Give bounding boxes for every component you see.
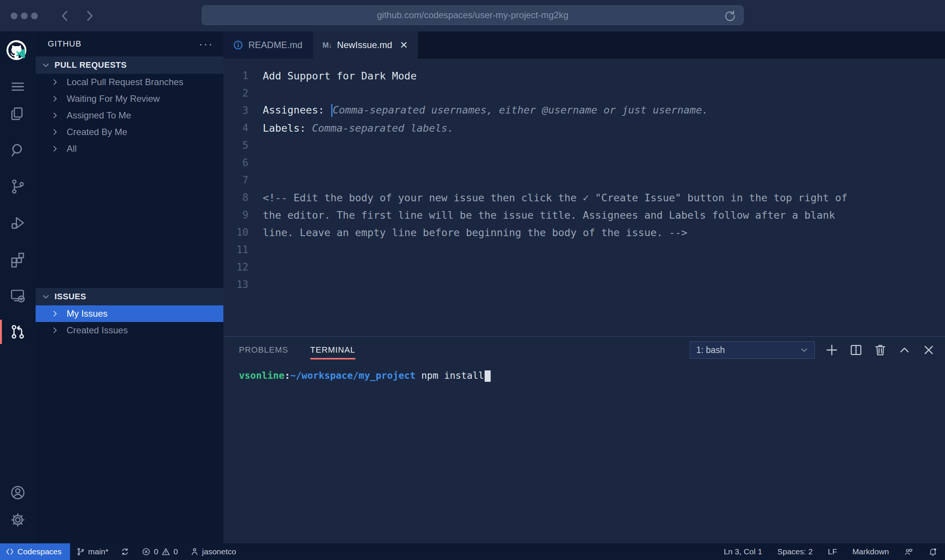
eol-setting[interactable]: LF <box>820 543 845 560</box>
tab-label: NewIssue.md <box>337 40 392 50</box>
tab-readme[interactable]: README.md <box>223 31 313 59</box>
sidebar-item-my-issues[interactable]: My Issues <box>36 305 223 322</box>
extensions-icon[interactable] <box>0 246 36 273</box>
new-terminal-icon[interactable] <box>825 343 839 357</box>
placeholder-text: Comma-separated labels. <box>312 122 454 134</box>
chevron-right-icon <box>51 95 59 103</box>
explorer-icon[interactable] <box>0 100 36 128</box>
sidebar-spacer <box>36 157 223 288</box>
chevron-right-icon <box>51 310 59 318</box>
editor-pane[interactable]: 1 Add Support for Dark Mode 2 3 Assignee… <box>223 59 945 336</box>
section-header-pull-requests[interactable]: PULL REQUESTS <box>36 56 223 74</box>
notifications-button[interactable] <box>921 543 945 560</box>
sidebar-item-label: My Issues <box>67 308 108 319</box>
source-control-icon[interactable] <box>0 173 36 200</box>
browser-chrome: github.com/codespaces/user-my-project-mg… <box>0 0 945 31</box>
remote-icon <box>5 547 14 556</box>
browser-window: github.com/codespaces/user-my-project-mg… <box>0 0 945 560</box>
status-bar-right: Ln 3, Col 1 Spaces: 2 LF Markdown <box>716 543 945 560</box>
run-debug-icon[interactable] <box>0 209 36 236</box>
line-number: 9 <box>223 209 248 221</box>
window-maximize-button[interactable] <box>31 12 38 19</box>
line-number: 3 <box>223 105 248 116</box>
kill-terminal-trash-icon[interactable] <box>873 343 887 357</box>
browser-forward-button[interactable] <box>82 8 97 23</box>
settings-gear-icon[interactable] <box>0 506 36 534</box>
sidebar-item-created-issues[interactable]: Created Issues <box>36 322 223 339</box>
line-number: 7 <box>223 174 248 186</box>
feedback-button[interactable] <box>897 543 921 560</box>
window-controls[interactable] <box>11 12 38 19</box>
branch-indicator[interactable]: main* <box>70 543 115 560</box>
panel-tab-terminal[interactable]: TERMINAL <box>310 337 355 363</box>
close-panel-icon[interactable] <box>922 343 936 357</box>
terminal-command: npm install <box>416 370 484 381</box>
git-branch-icon <box>76 547 85 556</box>
code-text: Add Support for Dark Mode <box>263 70 416 82</box>
section-header-issues[interactable]: ISSUES <box>36 288 223 305</box>
account-status[interactable]: jasonetco <box>184 543 242 560</box>
chevron-down-icon <box>42 61 50 69</box>
sync-button[interactable] <box>114 543 136 560</box>
problems-indicator[interactable]: 0 0 <box>136 543 184 560</box>
feedback-icon <box>904 547 913 556</box>
sidebar-item-assigned-to-me[interactable]: Assigned To Me <box>36 107 223 124</box>
sidebar-item-label: Local Pull Request Branches <box>67 77 183 87</box>
comment-text: the editor. The first line will be the i… <box>263 209 835 221</box>
more-actions-icon[interactable]: ··· <box>199 42 214 46</box>
split-terminal-icon[interactable] <box>849 343 863 357</box>
github-pull-request-icon[interactable] <box>0 318 36 345</box>
line-number: 12 <box>223 261 248 273</box>
panel-tab-label: PROBLEMS <box>239 345 288 355</box>
editor-line: 12 <box>223 258 945 276</box>
sidebar-item-label: Created By Me <box>67 127 127 137</box>
sidebar-item-created-by-me[interactable]: Created By Me <box>36 124 223 140</box>
line-number: 8 <box>223 192 248 203</box>
tab-newissue[interactable]: M↓ NewIssue.md ✕ <box>313 31 418 59</box>
window-close-button[interactable] <box>11 12 17 19</box>
indentation-setting[interactable]: Spaces: 2 <box>770 543 820 560</box>
error-icon <box>142 547 151 556</box>
warning-icon <box>161 547 170 556</box>
line-number: 1 <box>223 70 248 81</box>
language-mode[interactable]: Markdown <box>845 543 897 560</box>
line-number: 2 <box>223 87 248 99</box>
account-icon[interactable] <box>0 479 36 506</box>
chevron-right-icon <box>51 145 59 153</box>
close-tab-icon[interactable]: ✕ <box>400 39 408 51</box>
reload-icon[interactable] <box>724 9 736 22</box>
sidebar-item-waiting-for-my-review[interactable]: Waiting For My Review <box>36 90 223 107</box>
editor-line: 3 Assignees: Comma-separated usernames, … <box>223 102 945 119</box>
terminal-select[interactable]: 1: bash <box>690 341 815 359</box>
line-number: 10 <box>223 227 248 238</box>
editor-line: 5 <box>223 137 945 154</box>
browser-back-button[interactable] <box>58 8 73 23</box>
maximize-panel-icon[interactable] <box>897 343 912 357</box>
activity-bar <box>0 31 36 543</box>
terminal-select-value: 1: bash <box>696 345 725 355</box>
editor-line: 9 the editor. The first line will be the… <box>223 206 945 224</box>
address-bar[interactable]: github.com/codespaces/user-my-project-mg… <box>202 5 744 25</box>
editor-line: 7 <box>223 171 945 189</box>
search-icon[interactable] <box>0 137 36 164</box>
remote-explorer-icon[interactable] <box>0 282 36 309</box>
line-number: 5 <box>223 140 248 151</box>
remote-indicator[interactable]: Codespaces <box>0 543 70 560</box>
menu-icon[interactable] <box>0 73 36 100</box>
chevron-right-icon <box>51 128 59 136</box>
placeholder-text: Comma-separated usernames, either @usern… <box>333 104 708 116</box>
line-number: 11 <box>223 244 248 255</box>
terminal-output[interactable]: vsonline:~/workspace/my_project npm inst… <box>223 363 945 382</box>
url-text[interactable]: github.com/codespaces/user-my-project-mg… <box>377 10 569 20</box>
window-minimize-button[interactable] <box>21 12 28 19</box>
panel-tab-problems[interactable]: PROBLEMS <box>239 337 288 363</box>
sidebar-item-local-pull-request-branches[interactable]: Local Pull Request Branches <box>36 74 223 90</box>
code-text: Labels: Comma-separated labels. <box>263 122 454 134</box>
status-bar: Codespaces main* 0 0 jasonetco Ln 3, Col… <box>0 543 945 560</box>
editor-line: 2 <box>223 84 945 102</box>
sidebar-item-all[interactable]: All <box>36 140 223 157</box>
editor-line: 6 <box>223 154 945 171</box>
cursor-position[interactable]: Ln 3, Col 1 <box>716 543 770 560</box>
editor-tab-bar: README.md M↓ NewIssue.md ✕ <box>223 31 945 59</box>
terminal-path: ~/workspace/my_project <box>290 370 415 381</box>
